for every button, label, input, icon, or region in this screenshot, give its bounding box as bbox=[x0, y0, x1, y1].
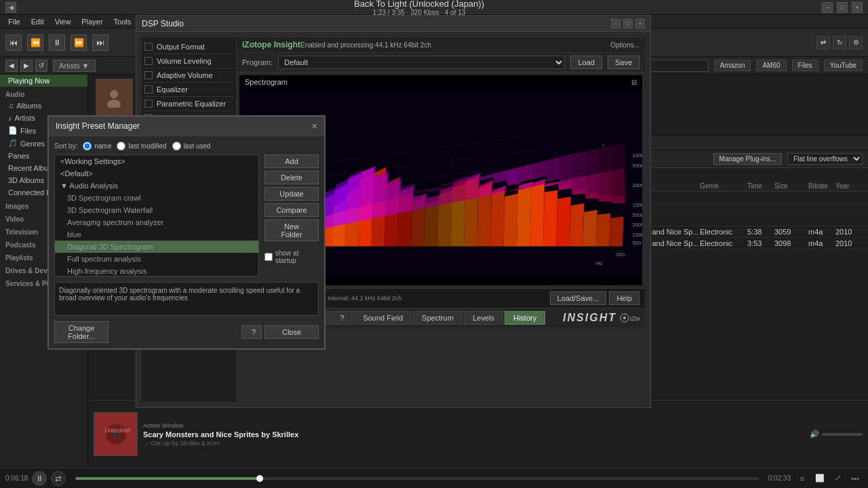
track-size-6: 3098 bbox=[774, 239, 808, 247]
menu-edit[interactable]: Edit bbox=[26, 16, 50, 27]
insight-tab-history[interactable]: History bbox=[505, 311, 545, 325]
maximize-btn[interactable]: □ bbox=[837, 2, 848, 13]
volume-control: 🔊 bbox=[810, 430, 863, 439]
svg-marker-51 bbox=[609, 217, 623, 247]
preset-working-settings[interactable]: <Working Settings> bbox=[55, 155, 258, 167]
preset-averaging[interactable]: Averaging spectrum analyzer bbox=[55, 216, 258, 228]
nav-back-btn[interactable]: ◀ bbox=[5, 60, 18, 72]
albums-icon: ♫ bbox=[8, 102, 14, 110]
preset-help-btn[interactable]: ? bbox=[241, 325, 262, 339]
sort-name-input[interactable] bbox=[83, 142, 92, 150]
insight-tab-spectrum[interactable]: Spectrum bbox=[413, 311, 462, 325]
plugin-vol-leveling-check[interactable] bbox=[144, 57, 153, 65]
tab-youtube[interactable]: YouTube bbox=[824, 60, 863, 71]
sidebar-albums[interactable]: ♫ Albums bbox=[0, 100, 87, 112]
sort-by-label: Sort by: bbox=[54, 142, 77, 150]
main-progress-bar[interactable] bbox=[75, 477, 758, 480]
load-btn[interactable]: Load bbox=[570, 56, 601, 69]
nav-refresh-btn[interactable]: ↺ bbox=[35, 60, 47, 72]
main-progress-thumb bbox=[256, 475, 263, 482]
pause-btn[interactable]: ⏸ bbox=[49, 35, 65, 51]
preset-modal-close-btn[interactable]: × bbox=[312, 121, 317, 131]
plugin-parametric-eq-check[interactable] bbox=[144, 100, 153, 108]
insight-settings-link[interactable]: Options... bbox=[610, 41, 639, 49]
dsp-maximize-btn[interactable]: □ bbox=[623, 19, 633, 28]
tab-files[interactable]: Files bbox=[792, 60, 818, 71]
dsp-title-bar: DSP Studio – □ × bbox=[136, 16, 650, 32]
dsp-close-btn[interactable]: × bbox=[635, 19, 645, 28]
fullscreen-btn[interactable]: ⤢ bbox=[830, 471, 845, 486]
sort-used-input[interactable] bbox=[172, 142, 181, 150]
preset-compare-btn[interactable]: Compare bbox=[264, 203, 319, 217]
settings-btn[interactable]: ⚙ bbox=[849, 36, 863, 49]
menu-tools[interactable]: Tools bbox=[108, 16, 137, 27]
svg-marker-44 bbox=[517, 187, 531, 247]
preset-full-spectrum[interactable]: Full spectrum analysis bbox=[55, 253, 258, 265]
preset-action-buttons: Add Delete Update Compare New Folder sho… bbox=[264, 155, 319, 277]
sort-modified-input[interactable] bbox=[117, 142, 125, 150]
preset-folder-audio-analysis[interactable]: ▼ Audio Analysis bbox=[55, 180, 258, 192]
back-btn[interactable]: ◀ bbox=[5, 2, 16, 13]
playlist-icon-btn[interactable]: ≡ bbox=[795, 471, 810, 486]
preset-blue[interactable]: blue bbox=[55, 228, 258, 241]
track-genre-5: Electronic bbox=[700, 228, 747, 236]
svg-marker-96 bbox=[546, 157, 560, 182]
preset-description: Diagonally oriented 3D spectrogram with … bbox=[54, 282, 319, 316]
more-btn[interactable]: ••• bbox=[848, 471, 863, 486]
repeat-btn[interactable]: ↻ bbox=[833, 36, 846, 49]
sidebar-playing-now[interactable]: Playing Now bbox=[0, 75, 87, 87]
tab-amazon[interactable]: Amazon bbox=[714, 60, 751, 71]
program-select[interactable]: Default bbox=[278, 56, 565, 69]
spectrogram-settings-icon[interactable]: ⊟ bbox=[631, 79, 637, 86]
playing-title: Scary Monsters and Nice Sprites by Skril… bbox=[143, 430, 298, 439]
volume-slider[interactable] bbox=[822, 433, 863, 436]
next-icon: → bbox=[143, 440, 149, 447]
minimize-btn[interactable]: – bbox=[822, 2, 833, 13]
shuffle-main-btn[interactable]: ⇄ bbox=[51, 471, 66, 486]
prev-track-btn[interactable]: ⏮ bbox=[5, 35, 22, 51]
menu-view[interactable]: View bbox=[50, 16, 77, 27]
video-icon-btn[interactable]: ⬜ bbox=[812, 471, 827, 486]
plugin-equalizer-check[interactable] bbox=[144, 85, 153, 94]
main-progress-fill bbox=[75, 477, 260, 480]
tab-am60[interactable]: AM60 bbox=[756, 60, 786, 71]
preset-default[interactable]: <Default> bbox=[55, 167, 258, 180]
next-track-btn[interactable]: ⏭ bbox=[92, 35, 108, 51]
insight-help-btn[interactable]: Help bbox=[609, 291, 639, 305]
preset-3d-waterfall[interactable]: 3D Spectrogram Waterfall bbox=[55, 204, 258, 216]
manage-plugins-btn[interactable]: Manage Plug-ins... bbox=[713, 153, 782, 165]
rewind-btn[interactable]: ⏪ bbox=[27, 35, 43, 51]
plugin-output-format-check[interactable] bbox=[144, 43, 153, 51]
insight-logo: INSIGHT bbox=[563, 312, 616, 324]
show-at-startup-check[interactable] bbox=[264, 253, 273, 261]
svg-point-0 bbox=[110, 90, 118, 98]
preset-3d-crawl[interactable]: 3D Spectrogram crawl bbox=[55, 192, 258, 204]
insight-tab-help[interactable]: ? bbox=[331, 311, 353, 325]
preset-new-folder-btn[interactable]: New Folder bbox=[264, 220, 319, 241]
menu-file[interactable]: File bbox=[3, 16, 26, 27]
shuffle-btn[interactable]: ⇄ bbox=[816, 36, 830, 49]
preset-add-btn[interactable]: Add bbox=[264, 155, 319, 168]
plugin-adaptive-vol-label: Adaptive Volume bbox=[157, 71, 233, 79]
svg-marker-47 bbox=[556, 197, 570, 246]
flat-line-select[interactable]: Flat line overflows bbox=[787, 153, 863, 165]
menu-player[interactable]: Player bbox=[76, 16, 108, 27]
save-btn[interactable]: Save bbox=[608, 56, 639, 69]
change-folder-btn[interactable]: Change Folder... bbox=[54, 321, 108, 343]
plugin-adaptive-vol-check[interactable] bbox=[144, 71, 153, 79]
preset-close-btn[interactable]: Close bbox=[264, 325, 319, 339]
artists-dropdown[interactable]: Artists ▼ bbox=[53, 60, 96, 72]
preset-delete-btn[interactable]: Delete bbox=[264, 171, 319, 184]
insight-tab-levels[interactable]: Levels bbox=[464, 311, 503, 325]
load-save-btn[interactable]: Load/Save... bbox=[550, 291, 607, 305]
ffwd-btn[interactable]: ⏩ bbox=[71, 35, 87, 51]
preset-high-freq[interactable]: High-frequency analysis bbox=[55, 265, 258, 277]
play-pause-main-btn[interactable]: ⏸ bbox=[32, 471, 47, 486]
volume-icon[interactable]: 🔊 bbox=[810, 430, 819, 439]
preset-update-btn[interactable]: Update bbox=[264, 187, 319, 201]
dsp-minimize-btn[interactable]: – bbox=[611, 19, 620, 28]
preset-diagonal-3d[interactable]: Diagonal 3D Spectrogram bbox=[55, 241, 258, 253]
insight-tab-soundfield[interactable]: Sound Field bbox=[354, 311, 412, 325]
close-btn[interactable]: × bbox=[852, 2, 863, 13]
nav-forward-btn[interactable]: ▶ bbox=[20, 60, 33, 72]
